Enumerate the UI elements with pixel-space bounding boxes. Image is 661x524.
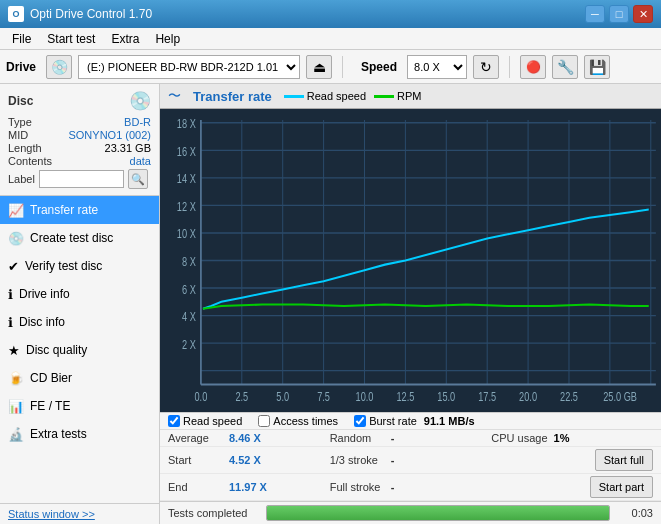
svg-text:4 X: 4 X bbox=[182, 310, 196, 324]
disc-type-label: Type bbox=[8, 116, 32, 128]
progress-bar-fill bbox=[267, 506, 609, 520]
sidebar-item-disc-info-label: Disc info bbox=[19, 315, 65, 329]
sidebar-item-drive-info-label: Drive info bbox=[19, 287, 70, 301]
refresh-button[interactable]: ↻ bbox=[473, 55, 499, 79]
sidebar-item-extra-tests[interactable]: 🔬 Extra tests bbox=[0, 420, 159, 448]
menu-start-test[interactable]: Start test bbox=[39, 28, 103, 49]
stat-cell-fullstroke: Full stroke - bbox=[330, 481, 492, 493]
stats-rows: Average 8.46 X Random - CPU usage 1% bbox=[160, 430, 661, 501]
drive-label: Drive bbox=[6, 60, 36, 74]
disc-panel: Disc 💿 Type BD-R MID SONYNO1 (002) Lengt… bbox=[0, 84, 159, 196]
sidebar-item-drive-info[interactable]: ℹ Drive info bbox=[0, 280, 159, 308]
disc-label-input[interactable] bbox=[39, 170, 124, 188]
svg-text:6 X: 6 X bbox=[182, 282, 196, 296]
stat-start-label: Start bbox=[168, 454, 223, 466]
sidebar-item-transfer-rate[interactable]: 📈 Transfer rate bbox=[0, 196, 159, 224]
window-controls: ─ □ ✕ bbox=[585, 5, 653, 23]
access-times-checkbox[interactable] bbox=[258, 415, 270, 427]
svg-text:0.0: 0.0 bbox=[195, 390, 208, 404]
eject-button[interactable]: ⏏ bbox=[306, 55, 332, 79]
read-speed-checkbox-item: Read speed bbox=[168, 415, 242, 427]
status-window-button[interactable]: Status window >> bbox=[0, 503, 159, 524]
access-times-checkbox-label: Access times bbox=[273, 415, 338, 427]
drive-select[interactable]: (E:) PIONEER BD-RW BDR-212D 1.01 bbox=[78, 55, 300, 79]
read-speed-checkbox-label: Read speed bbox=[183, 415, 242, 427]
titlebar: O Opti Drive Control 1.70 ─ □ ✕ bbox=[0, 0, 661, 28]
stat-random-label: Random bbox=[330, 432, 385, 444]
legend-rpm: RPM bbox=[374, 90, 421, 102]
disc-length-value: 23.31 GB bbox=[105, 142, 151, 154]
toolbar: Drive 💿 (E:) PIONEER BD-RW BDR-212D 1.01… bbox=[0, 50, 661, 84]
legend-read-speed: Read speed bbox=[284, 90, 366, 102]
stat-average-value: 8.46 X bbox=[229, 432, 274, 444]
menubar: File Start test Extra Help bbox=[0, 28, 661, 50]
burst-rate-checkbox-item: Burst rate 91.1 MB/s bbox=[354, 415, 474, 427]
read-speed-checkbox[interactable] bbox=[168, 415, 180, 427]
progress-area: Tests completed 0:03 bbox=[160, 501, 661, 524]
main-content: Disc 💿 Type BD-R MID SONYNO1 (002) Lengt… bbox=[0, 84, 661, 524]
settings-button[interactable]: 🔧 bbox=[552, 55, 578, 79]
burst-rate-checkbox-label: Burst rate bbox=[369, 415, 417, 427]
nav-items: 📈 Transfer rate 💿 Create test disc ✔ Ver… bbox=[0, 196, 159, 503]
stats-row-2: Start 4.52 X 1/3 stroke - Start full bbox=[160, 447, 661, 474]
stat-cell-end: End 11.97 X bbox=[168, 481, 330, 493]
disc-quality-icon: ★ bbox=[8, 343, 20, 358]
sidebar-item-verify-test-disc[interactable]: ✔ Verify test disc bbox=[0, 252, 159, 280]
progress-time: 0:03 bbox=[618, 507, 653, 519]
disc-length-label: Length bbox=[8, 142, 42, 154]
extra-tests-icon: 🔬 bbox=[8, 427, 24, 442]
stat-end-label: End bbox=[168, 481, 223, 493]
sidebar-item-disc-quality[interactable]: ★ Disc quality bbox=[0, 336, 159, 364]
sidebar-item-disc-info[interactable]: ℹ Disc info bbox=[0, 308, 159, 336]
menu-help[interactable]: Help bbox=[147, 28, 188, 49]
svg-text:25.0 GB: 25.0 GB bbox=[603, 390, 637, 404]
svg-text:20.0: 20.0 bbox=[519, 390, 537, 404]
svg-text:5.0: 5.0 bbox=[276, 390, 289, 404]
create-test-disc-icon: 💿 bbox=[8, 231, 24, 246]
sidebar-item-create-test-disc[interactable]: 💿 Create test disc bbox=[0, 224, 159, 252]
menu-file[interactable]: File bbox=[4, 28, 39, 49]
burst-rate-checkbox[interactable] bbox=[354, 415, 366, 427]
cd-bier-icon: 🍺 bbox=[8, 371, 24, 386]
disc-label-btn[interactable]: 🔍 bbox=[128, 169, 148, 189]
close-button[interactable]: ✕ bbox=[633, 5, 653, 23]
chart-header: 〜 Transfer rate Read speed RPM bbox=[160, 84, 661, 109]
minimize-button[interactable]: ─ bbox=[585, 5, 605, 23]
sidebar-item-extra-tests-label: Extra tests bbox=[30, 427, 87, 441]
disc-mid-value: SONYNO1 (002) bbox=[68, 129, 151, 141]
speed-select[interactable]: 8.0 X bbox=[407, 55, 467, 79]
stat-average-label: Average bbox=[168, 432, 223, 444]
disc-contents-row: Contents data bbox=[8, 155, 151, 167]
svg-text:12.5: 12.5 bbox=[396, 390, 414, 404]
chart-container: 18 X 16 X 14 X 12 X 10 X 8 X 6 X 4 X 2 X… bbox=[160, 109, 661, 412]
transfer-rate-icon: 📈 bbox=[8, 203, 24, 218]
maximize-button[interactable]: □ bbox=[609, 5, 629, 23]
legend-rpm-label: RPM bbox=[397, 90, 421, 102]
menu-extra[interactable]: Extra bbox=[103, 28, 147, 49]
sidebar-item-cd-bier[interactable]: 🍺 CD Bier bbox=[0, 364, 159, 392]
disc-info-icon: ℹ bbox=[8, 315, 13, 330]
disc-mid-row: MID SONYNO1 (002) bbox=[8, 129, 151, 141]
svg-text:8 X: 8 X bbox=[182, 255, 196, 269]
start-full-button[interactable]: Start full bbox=[595, 449, 653, 471]
sidebar-item-fe-te[interactable]: 📊 FE / TE bbox=[0, 392, 159, 420]
svg-text:17.5: 17.5 bbox=[478, 390, 496, 404]
chart-svg: 18 X 16 X 14 X 12 X 10 X 8 X 6 X 4 X 2 X… bbox=[160, 109, 661, 412]
start-part-button[interactable]: Start part bbox=[590, 476, 653, 498]
svg-text:16 X: 16 X bbox=[177, 144, 197, 158]
stats-area: Read speed Access times Burst rate 91.1 … bbox=[160, 412, 661, 524]
save-button[interactable]: 💾 bbox=[584, 55, 610, 79]
legend-read-speed-label: Read speed bbox=[307, 90, 366, 102]
svg-text:14 X: 14 X bbox=[177, 172, 197, 186]
toolbar-separator bbox=[342, 56, 343, 78]
stat-cell-start-full: Start full bbox=[491, 449, 653, 471]
stat-cell-13stroke: 1/3 stroke - bbox=[330, 454, 492, 466]
svg-text:12 X: 12 X bbox=[177, 200, 197, 214]
sidebar-item-disc-quality-label: Disc quality bbox=[26, 343, 87, 357]
stat-13stroke-label: 1/3 stroke bbox=[330, 454, 385, 466]
sidebar-item-transfer-rate-label: Transfer rate bbox=[30, 203, 98, 217]
stat-end-value: 11.97 X bbox=[229, 481, 274, 493]
sidebar-item-fe-te-label: FE / TE bbox=[30, 399, 70, 413]
svg-text:10.0: 10.0 bbox=[356, 390, 374, 404]
info-button[interactable]: 🔴 bbox=[520, 55, 546, 79]
